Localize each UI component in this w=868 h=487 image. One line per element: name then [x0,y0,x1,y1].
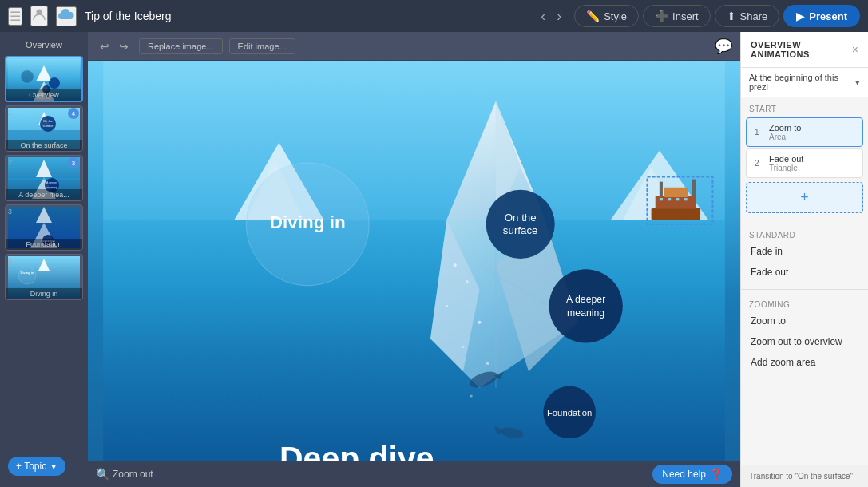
svg-rect-50 [664,188,688,197]
hamburger-icon[interactable]: ☰ [8,7,22,26]
slide-thumb-2[interactable]: 3 2 A deeper meaning A deeper mea... [5,155,83,201]
need-help-button[interactable]: Need help ❓ [652,465,732,484]
anim-item-1[interactable]: 1 Zoom to Area [746,117,863,147]
comment-icon[interactable]: 💬 [715,38,732,55]
slide-label-2: A deeper mea... [6,189,82,200]
nav-next[interactable]: › [552,5,566,28]
dropdown-icon: ▾ [855,77,860,88]
insert-icon: ➕ [655,10,668,22]
panel-close-button[interactable]: × [852,43,858,56]
sidebar: Overview [0,32,88,487]
insert-button[interactable]: ➕ Insert [643,5,711,27]
svg-rect-56 [684,198,688,200]
svg-text:A deeper: A deeper [566,294,605,305]
slide-label-overview: Overview [6,89,81,101]
svg-point-74 [454,263,457,267]
svg-rect-49 [656,196,696,208]
anim-info-2: Fade out Triangle [769,154,854,172]
nav-prev[interactable]: ‹ [536,5,550,28]
style-button[interactable]: ✏️ Style [574,5,639,27]
panel-footer: Transition to "On the surface" [741,465,868,487]
top-bar: ☰ Tip of the Iceberg ‹ › ✏️ Style ➕ Inse… [0,0,868,32]
svg-point-75 [466,280,469,283]
svg-point-4 [21,70,34,83]
slide-thumb-overview[interactable]: Deep dive Overview [5,56,83,102]
divider-2 [741,289,868,290]
slide-thumb-4[interactable]: 4 Diving in Diving in [5,254,83,300]
user-icon[interactable] [30,6,48,26]
svg-rect-51 [692,180,696,196]
present-icon: ▶ [796,10,804,22]
anim-info-1: Zoom to Area [769,123,854,141]
slide-label-4: Diving in [6,288,82,299]
standard-label: STANDARD [741,224,803,243]
style-icon: ✏️ [586,10,600,22]
add-topic-label: + Topic [16,461,46,472]
edit-image-button[interactable]: Edit image... [229,38,295,54]
share-icon: ⬆ [727,10,736,22]
svg-rect-32 [103,220,725,461]
slide-num-3: 3 [8,208,12,216]
undo-button[interactable]: ↩ [96,38,113,54]
svg-point-79 [486,362,489,365]
svg-point-76 [446,305,448,307]
panel-title: OVERVIEW ANIMATIONS [751,40,852,59]
cloud-icon[interactable] [56,6,77,26]
svg-point-78 [462,346,464,348]
canvas[interactable]: Diving in On the surface A deeper meanin… [88,61,740,461]
toolbar-buttons: ✏️ Style ➕ Insert ⬆ Share ▶ Present [574,5,860,27]
svg-point-77 [478,321,481,324]
svg-rect-18 [8,178,80,180]
zooming-section: ZOOMING Zoom to Zoom out to overview Add… [741,293,868,376]
slide-label-1: On the surface [6,140,82,151]
svg-text:Foundation: Foundation [547,408,592,418]
standard-section: STANDARD Fade in Fade out [741,224,868,286]
slide-num-4: 4 [8,257,12,265]
svg-point-29 [18,267,36,284]
svg-text:meaning: meaning [46,186,57,189]
anim-num-1: 1 [755,128,764,137]
add-animation-button[interactable]: + [746,182,863,213]
svg-text:Diving in: Diving in [21,271,34,275]
slide-num-1: 1 [8,109,12,117]
share-button[interactable]: ⬆ Share [715,5,780,27]
svg-rect-52 [660,182,663,196]
anim-item-2[interactable]: 2 Fade out Triangle [746,148,863,178]
add-zoom-area-item[interactable]: Add zoom area [741,352,868,373]
panel-dropdown[interactable]: At the beginning of this prezi ▾ [741,68,868,97]
svg-rect-53 [660,198,663,200]
svg-text:surface: surface [503,224,538,236]
add-topic-button[interactable]: + Topic ▼ [8,457,65,476]
overview-label: Overview [5,38,83,53]
svg-rect-54 [668,198,671,200]
slide-badge-1: 4 [68,108,79,119]
zoom-to-item[interactable]: Zoom to [741,311,868,331]
undo-redo-buttons: ↩ ↪ [96,38,133,54]
zoom-out-overview-item[interactable]: Zoom out to overview [741,331,868,352]
app-title: Tip of the Iceberg [85,10,528,22]
right-panel: OVERVIEW ANIMATIONS × At the beginning o… [740,32,868,487]
present-button[interactable]: ▶ Present [783,5,860,27]
fade-out-item[interactable]: Fade out [741,262,868,283]
svg-point-65 [549,269,623,342]
divider-1 [741,220,868,220]
dropdown-arrow-icon: ▼ [50,462,57,471]
slide-num-2: 2 [8,158,12,166]
anim-num-2: 2 [755,159,764,168]
slide-badge-2: 3 [68,157,79,168]
svg-text:On the: On the [43,119,54,123]
replace-image-button[interactable]: Replace image... [139,38,223,54]
redo-button[interactable]: ↪ [115,38,133,54]
fade-in-item[interactable]: Fade in [741,241,868,262]
anim-target-2: Triangle [769,164,854,172]
slide-thumb-3[interactable]: 3 Foundation Foundation [5,204,83,251]
zoom-icon: 🔍 [96,468,109,481]
slide-thumb-1[interactable]: 4 1 On the surface On the surface [5,105,83,152]
help-icon: ❓ [709,468,723,481]
zooming-label: ZOOMING [741,294,798,312]
start-label: Start [747,101,778,117]
zoom-out-button[interactable]: 🔍 Zoom out [96,468,153,481]
svg-point-80 [470,395,473,398]
svg-text:A deeper: A deeper [46,181,58,184]
slide-label-3: Foundation [6,239,82,250]
